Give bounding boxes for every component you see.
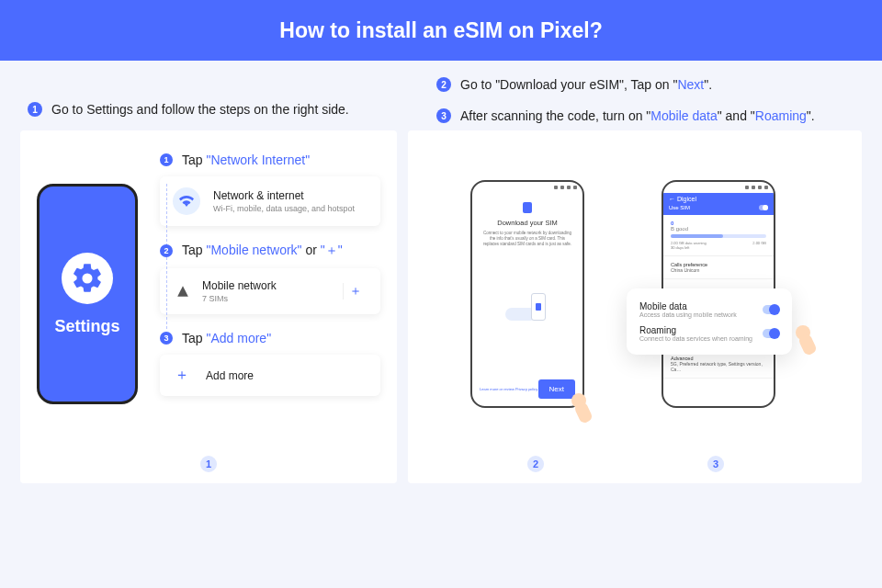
- step-badge-3: 3: [436, 108, 451, 123]
- usage-bar: [671, 234, 766, 238]
- step-1-text: Go to Settings and follow the steps on t…: [51, 102, 349, 117]
- roaming-link-text: Roaming: [755, 108, 807, 123]
- mobile-card-title: Mobile network: [202, 279, 343, 292]
- substep-2: 2 Tap "Mobile network" or "＋" Mobile net…: [160, 243, 380, 314]
- gear-icon-circle: [62, 253, 113, 304]
- substep-3: 3 Tap "Add more" ＋ Add more: [160, 331, 380, 396]
- gear-icon: [70, 261, 105, 296]
- step-badge-1: 1: [28, 102, 42, 117]
- panel-badge-2: 2: [527, 456, 544, 472]
- plus-icon: ＋: [175, 366, 189, 385]
- data-usage-section: 0B good 2.00 GB data warning 2.00 GB 30 …: [663, 215, 774, 256]
- download-illustration: [505, 280, 549, 321]
- mobile-card-sub: 7 SIMs: [202, 294, 343, 303]
- substep-1: 1 Tap "Network Internet" Network & inter…: [160, 153, 380, 226]
- add-more-title: Add more: [206, 369, 368, 382]
- substep-badge-1: 1: [160, 153, 173, 166]
- mobile-network-card[interactable]: Mobile network 7 SIMs ＋: [160, 268, 380, 314]
- settings-label: Settings: [54, 317, 119, 336]
- step-badge-2: 2: [436, 77, 451, 92]
- mockup-download-sim: Download your SIM Connect to your mobile…: [470, 180, 608, 408]
- calls-preference-row[interactable]: Calls preference China Unicom: [663, 256, 774, 279]
- use-sim-label: Use SIM: [669, 205, 690, 210]
- page-title: How to install an eSIM on Pixel?: [279, 18, 602, 43]
- use-sim-toggle[interactable]: [759, 205, 768, 210]
- tap-finger-icon: [792, 325, 816, 356]
- substep-badge-2: 2: [160, 244, 173, 257]
- download-sim-heading: Download your SIM: [472, 219, 582, 227]
- add-more-card[interactable]: ＋ Add more: [160, 355, 380, 396]
- download-sim-body: Connect to your mobile network by downlo…: [472, 231, 582, 247]
- plus-icon[interactable]: ＋: [343, 283, 368, 300]
- left-panel: Settings 1 Tap "Network Internet" Networ…: [20, 130, 397, 483]
- substep-badge-3: 3: [160, 332, 173, 345]
- wifi-icon-circle: [173, 187, 200, 215]
- privacy-link[interactable]: Learn more or review Privacy policy: [480, 387, 537, 391]
- step-3-instruction: 3 After scanning the code, turn on "Mobi…: [436, 108, 860, 123]
- carrier-name: ← Digicel: [669, 196, 768, 202]
- step-2-instruction: 2 Go to "Download your eSIM", Tap on "Ne…: [436, 77, 860, 92]
- settings-phone-frame: Settings: [37, 184, 138, 404]
- panel-badge-1: 1: [200, 456, 217, 472]
- roaming-toggle[interactable]: [763, 329, 779, 338]
- mockup-carrier-settings: ← Digicel Use SIM 0B good 2.00 GB data w…: [662, 180, 799, 408]
- wifi-icon: [179, 194, 194, 209]
- next-button[interactable]: Next: [538, 379, 575, 399]
- mobile-data-toggle[interactable]: [763, 305, 779, 314]
- toggles-popover: Mobile data Access data using mobile net…: [627, 288, 792, 355]
- sim-icon: [523, 202, 532, 213]
- network-internet-card[interactable]: Network & internet Wi-Fi, mobile, data u…: [160, 176, 380, 226]
- right-panel: Download your SIM Connect to your mobile…: [408, 130, 862, 483]
- instruction-row: 1 Go to Settings and follow the steps on…: [0, 61, 882, 130]
- next-link-text: Next: [677, 77, 704, 92]
- network-card-title: Network & internet: [213, 189, 368, 202]
- roaming-row: Roaming Connect to data services when ro…: [639, 322, 779, 345]
- hero-banner: How to install an eSIM on Pixel?: [0, 0, 882, 61]
- panel-badge-3: 3: [707, 456, 724, 472]
- mobile-data-row: Mobile data Access data using mobile net…: [639, 298, 779, 322]
- network-card-sub: Wi-Fi, mobile, data usage, and hotspot: [213, 204, 368, 213]
- cellular-icon: [176, 285, 189, 298]
- step-1-instruction: 1 Go to Settings and follow the steps on…: [28, 102, 349, 117]
- mobile-data-link-text: Mobile data: [650, 108, 717, 123]
